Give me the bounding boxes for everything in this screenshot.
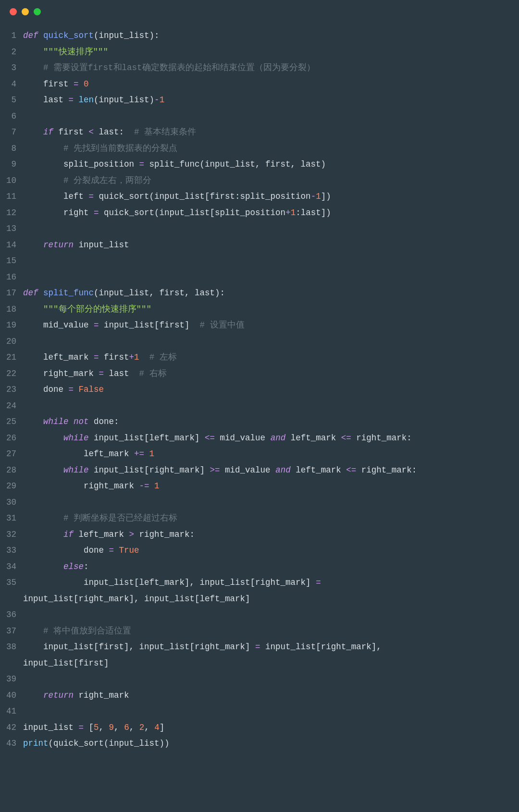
code-content: left_mark += 1: [23, 446, 519, 462]
code-content: else:: [23, 559, 519, 575]
line-number: 19: [0, 317, 23, 334]
code-line: 34 else:: [0, 559, 519, 575]
line-number: 27: [0, 446, 23, 462]
code-content: input_list[right_mark], input_list[left_…: [23, 591, 519, 607]
code-content: def quick_sort(input_list):: [23, 28, 519, 44]
code-content: print(quick_sort(input_list)): [23, 736, 519, 752]
code-line: 38 input_list[first], input_list[right_m…: [0, 639, 519, 655]
code-content: input_list = [5, 9, 6, 2, 4]: [23, 720, 519, 736]
code-content: """每个部分的快速排序""": [23, 302, 519, 318]
line-number: 42: [0, 720, 23, 736]
code-content: return input_list: [23, 237, 519, 254]
line-number: 36: [0, 607, 23, 623]
line-number: 24: [0, 398, 23, 414]
zoom-icon[interactable]: [34, 8, 41, 15]
code-content: done = True: [23, 543, 519, 559]
code-content: right_mark = last # 右标: [23, 366, 519, 382]
code-line: input_list[right_mark], input_list[left_…: [0, 591, 519, 607]
code-line: 27 left_mark += 1: [0, 446, 519, 462]
line-number: 11: [0, 189, 23, 205]
code-content: first = 0: [23, 76, 519, 93]
line-number: 4: [0, 76, 23, 93]
code-line: 40 return right_mark: [0, 688, 519, 704]
code-line: 3 # 需要设置first和last确定数据表的起始和结束位置（因为要分裂）: [0, 60, 519, 76]
code-line: 6: [0, 109, 519, 125]
code-content: left_mark = first+1 # 左标: [23, 350, 519, 366]
line-number: 20: [0, 334, 23, 350]
line-number: 32: [0, 527, 23, 543]
code-content: last = len(input_list)-1: [23, 92, 519, 109]
code-line: 2 """快速排序""": [0, 44, 519, 61]
line-number: 17: [0, 285, 23, 302]
line-number: 38: [0, 639, 23, 655]
code-content: mid_value = input_list[first] # 设置中值: [23, 317, 519, 334]
close-icon[interactable]: [10, 8, 17, 15]
code-line: 18 """每个部分的快速排序""": [0, 302, 519, 318]
code-content: done = False: [23, 382, 519, 398]
line-number: 39: [0, 671, 23, 688]
code-line: 29 right_mark -= 1: [0, 478, 519, 495]
code-content: return right_mark: [23, 688, 519, 704]
code-line: 35 input_list[left_mark], input_list[rig…: [0, 575, 519, 591]
code-line: 33 done = True: [0, 543, 519, 559]
code-line: input_list[first]: [0, 655, 519, 672]
code-content: left = quick_sort(input_list[first:split…: [23, 189, 519, 205]
line-number: 37: [0, 623, 23, 640]
code-line: 7 if first < last: # 基本结束条件: [0, 124, 519, 141]
code-content: # 先找到当前数据表的分裂点: [23, 141, 519, 157]
code-content: while not done:: [23, 414, 519, 430]
code-line: 42input_list = [5, 9, 6, 2, 4]: [0, 720, 519, 736]
line-number: 25: [0, 414, 23, 430]
line-number: 14: [0, 237, 23, 254]
code-content: input_list[left_mark], input_list[right_…: [23, 575, 519, 591]
code-editor[interactable]: 1def quick_sort(input_list):2 """快速排序"""…: [0, 23, 519, 766]
code-line: 25 while not done:: [0, 414, 519, 430]
line-number: 5: [0, 92, 23, 109]
line-number: 41: [0, 703, 23, 720]
line-number: 30: [0, 495, 23, 511]
code-line: 41: [0, 703, 519, 720]
code-line: 21 left_mark = first+1 # 左标: [0, 350, 519, 366]
code-line: 43print(quick_sort(input_list)): [0, 736, 519, 752]
code-line: 1def quick_sort(input_list):: [0, 28, 519, 44]
minimize-icon[interactable]: [22, 8, 29, 15]
code-line: 37 # 将中值放到合适位置: [0, 623, 519, 640]
code-content: while input_list[right_mark] >= mid_valu…: [23, 462, 519, 479]
code-content: """快速排序""": [23, 44, 519, 61]
code-line: 15: [0, 253, 519, 269]
code-content: while input_list[left_mark] <= mid_value…: [23, 430, 519, 447]
code-line: 28 while input_list[right_mark] >= mid_v…: [0, 462, 519, 479]
line-number: 16: [0, 269, 23, 286]
line-number: 31: [0, 510, 23, 527]
line-number: 18: [0, 302, 23, 318]
code-line: 4 first = 0: [0, 76, 519, 93]
code-content: split_position = split_func(input_list, …: [23, 157, 519, 173]
line-number: 3: [0, 60, 23, 76]
code-line: 30: [0, 495, 519, 511]
code-line: 32 if left_mark > right_mark:: [0, 527, 519, 543]
code-line: 22 right_mark = last # 右标: [0, 366, 519, 382]
code-content: if left_mark > right_mark:: [23, 527, 519, 543]
line-number: 35: [0, 575, 23, 591]
code-line: 5 last = len(input_list)-1: [0, 92, 519, 109]
line-number: 1: [0, 28, 23, 44]
code-line: 24: [0, 398, 519, 414]
code-line: 8 # 先找到当前数据表的分裂点: [0, 141, 519, 157]
code-content: input_list[first], input_list[right_mark…: [23, 639, 519, 655]
code-line: 20: [0, 334, 519, 350]
code-line: 36: [0, 607, 519, 623]
line-number: 6: [0, 109, 23, 125]
code-line: 9 split_position = split_func(input_list…: [0, 157, 519, 173]
code-content: right = quick_sort(input_list[split_posi…: [23, 205, 519, 221]
code-line: 12 right = quick_sort(input_list[split_p…: [0, 205, 519, 221]
code-line: 16: [0, 269, 519, 286]
code-window: 1def quick_sort(input_list):2 """快速排序"""…: [0, 0, 519, 812]
code-content: # 判断坐标是否已经超过右标: [23, 510, 519, 527]
line-number: 2: [0, 44, 23, 61]
code-content: if first < last: # 基本结束条件: [23, 124, 519, 141]
code-content: def split_func(input_list, first, last):: [23, 285, 519, 302]
line-number: 26: [0, 430, 23, 447]
line-number: 9: [0, 157, 23, 173]
line-number: 28: [0, 462, 23, 479]
code-line: 26 while input_list[left_mark] <= mid_va…: [0, 430, 519, 447]
